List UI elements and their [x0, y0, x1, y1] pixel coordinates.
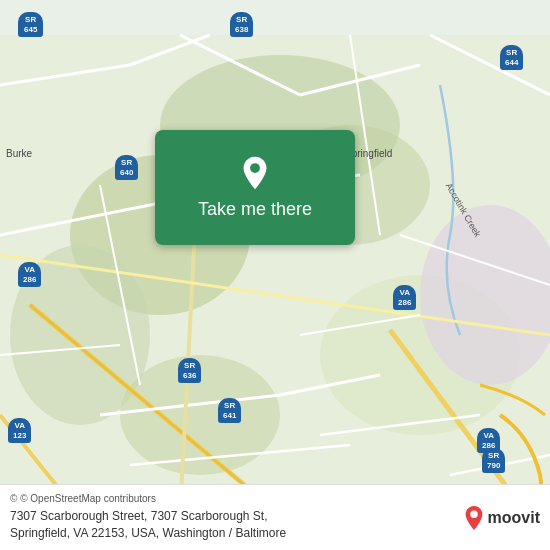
moovit-logo: moovit [464, 505, 540, 531]
sr645-shield: SR645 [18, 12, 43, 37]
svg-point-32 [470, 510, 477, 517]
sr638-shield: SR638 [230, 12, 253, 37]
map-container: SR645 SR638 SR644 SR640 VA286 VA286 SR63… [0, 0, 550, 550]
map-svg [0, 0, 550, 550]
take-me-there-button[interactable]: Take me there [155, 130, 355, 245]
osm-icon: © [10, 493, 17, 504]
va286-left-shield: VA286 [18, 262, 41, 287]
address-text: 7307 Scarborough Street, 7307 Scarboroug… [10, 508, 454, 542]
va286-right-shield: VA286 [393, 285, 416, 310]
moovit-pin-icon [464, 505, 484, 531]
svg-point-31 [250, 163, 260, 173]
sr644-shield: SR644 [500, 45, 523, 70]
va286-bottom-shield: VA286 [477, 428, 500, 453]
location-pin-icon [237, 155, 273, 191]
sr636-shield: SR636 [178, 358, 201, 383]
va123-shield: VA123 [8, 418, 31, 443]
take-me-there-label: Take me there [198, 199, 312, 220]
bottom-info-bar: © © OpenStreetMap contributors 7307 Scar… [0, 484, 550, 550]
sr641-shield: SR641 [218, 398, 241, 423]
osm-credit: © © OpenStreetMap contributors [10, 493, 454, 504]
burke-label: Burke [6, 148, 32, 159]
sr640-shield: SR640 [115, 155, 138, 180]
address-section: © © OpenStreetMap contributors 7307 Scar… [10, 493, 454, 542]
moovit-text-label: moovit [488, 509, 540, 527]
